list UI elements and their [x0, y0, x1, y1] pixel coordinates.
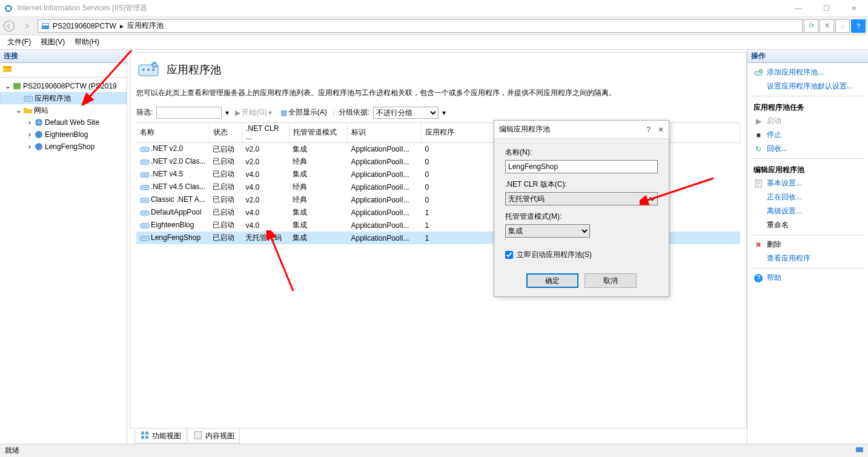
ok-button[interactable]: 确定: [526, 273, 578, 288]
maximize-button[interactable]: ☐: [812, 0, 840, 17]
tree-sites-label: 网站: [34, 105, 48, 116]
apppool-icon: [140, 182, 150, 192]
chevron-right-icon[interactable]: ›: [25, 118, 34, 127]
play-icon: ▶: [754, 116, 763, 126]
action-advanced[interactable]: 高级设置...: [747, 204, 868, 218]
action-defaults[interactable]: 设置应用程序池默认设置...: [747, 79, 868, 93]
back-button[interactable]: [0, 17, 18, 35]
pipeline-select[interactable]: 集成: [505, 224, 590, 238]
apppool-icon: [140, 233, 150, 243]
action-view-apps[interactable]: 查看应用程序: [747, 252, 868, 265]
action-add-pool[interactable]: 添加应用程序池...: [747, 65, 868, 79]
svg-point-29: [142, 174, 144, 175]
clr-label: .NET CLR 版本(C):: [505, 179, 658, 190]
tab-features[interactable]: 功能视图: [134, 429, 187, 444]
svg-point-2: [4, 21, 15, 31]
annotation-arrow: [82, 45, 136, 106]
action-delete[interactable]: ✖ 删除: [747, 238, 868, 252]
globe-icon: [34, 130, 44, 139]
dialog-close-icon[interactable]: ✕: [658, 125, 664, 134]
svg-point-49: [142, 238, 144, 239]
autostart-checkbox[interactable]: [505, 251, 513, 259]
svg-rect-6: [3, 66, 12, 68]
tree-site-eighteen[interactable]: › EighteenBlog: [0, 128, 127, 141]
svg-point-38: [144, 199, 145, 201]
filter-label: 筛选:: [136, 107, 153, 118]
status-text: 就绪: [5, 445, 19, 456]
dropdown-icon[interactable]: ▾: [225, 108, 229, 117]
breadcrumb-server: PS20190608PCTW: [53, 22, 116, 30]
clr-select[interactable]: 无托管代码: [505, 192, 658, 205]
connect-icon[interactable]: [2, 64, 12, 76]
cancel-button[interactable]: 取消: [585, 273, 637, 288]
chevron-down-icon[interactable]: ⌄: [4, 82, 12, 90]
col-clr[interactable]: .NET CLR ...: [242, 123, 289, 143]
dropdown-icon: ▾: [268, 108, 272, 117]
col-name[interactable]: 名称: [136, 123, 209, 143]
svg-rect-56: [194, 432, 202, 439]
dialog-help-icon[interactable]: ?: [646, 125, 651, 134]
breadcrumb-sep: ▸: [120, 22, 124, 30]
show-all-button[interactable]: ▦ 全部显示(A): [278, 106, 330, 119]
groupby-select[interactable]: 不进行分组: [373, 107, 439, 119]
start-button[interactable]: ▶ 开始(G) ▾: [233, 106, 274, 119]
svg-point-47: [146, 225, 147, 226]
chevron-right-icon[interactable]: ›: [25, 142, 34, 151]
svg-point-22: [144, 149, 145, 150]
config-icon[interactable]: [855, 445, 864, 456]
content-icon: [193, 430, 203, 442]
tree-site-default[interactable]: › Default Web Site: [0, 116, 127, 128]
tree-site-label: LengFengShop: [45, 142, 94, 151]
forward-button[interactable]: [18, 17, 36, 35]
refresh-icon[interactable]: ⟳: [804, 19, 818, 33]
svg-point-26: [144, 161, 145, 162]
stop-icon[interactable]: ✖: [820, 19, 834, 33]
col-identity[interactable]: 标识: [347, 123, 421, 143]
action-basic[interactable]: 基本设置...: [747, 176, 868, 190]
page-title: 应用程序池: [167, 62, 221, 77]
action-recycling[interactable]: 正在回收...: [747, 190, 868, 204]
dropdown-icon[interactable]: ▾: [442, 108, 446, 117]
tree-site-lengfeng[interactable]: › LengFengShop: [0, 141, 127, 153]
svg-point-51: [146, 238, 147, 239]
tab-content[interactable]: 内容视图: [188, 429, 240, 444]
groupby-label: 分组依据:: [339, 107, 369, 118]
svg-rect-55: [145, 436, 148, 439]
server-icon: [41, 21, 50, 31]
svg-line-64: [270, 235, 293, 291]
action-stop[interactable]: ■ 停止: [747, 128, 868, 142]
play-icon: ▶: [235, 108, 240, 117]
nav-bar: PS20190608PCTW ▸ 应用程序池 ⟳ ✖ ⌂ ?: [0, 17, 868, 35]
connections-panel: 连接 ⌄ PS20190608PCTW (PS2019 应用程序池 ⌄ 网站: [0, 50, 127, 444]
svg-point-42: [144, 212, 145, 213]
menu-file[interactable]: 文件(F): [7, 37, 31, 47]
help-icon: ?: [754, 273, 763, 283]
chevron-right-icon[interactable]: ›: [25, 130, 34, 139]
action-rename[interactable]: 重命名: [747, 218, 868, 232]
tree-sites[interactable]: ⌄ 网站: [0, 104, 127, 116]
autostart-check[interactable]: 立即启动应用程序池(S): [505, 250, 658, 260]
dialog-titlebar[interactable]: 编辑应用程序池 ? ✕: [494, 121, 669, 139]
close-button[interactable]: ✕: [840, 0, 868, 17]
action-help[interactable]: ? 帮助: [747, 271, 868, 285]
action-recycle[interactable]: ↻ 回收...: [747, 142, 868, 156]
minimize-button[interactable]: —: [784, 0, 812, 17]
help-nav-icon[interactable]: ?: [851, 19, 866, 33]
document-icon: [754, 179, 763, 188]
col-pipeline[interactable]: 托管管道模式: [289, 123, 347, 143]
svg-rect-1: [7, 7, 10, 10]
tasks-section: 应用程序池任务: [747, 99, 868, 114]
filter-input[interactable]: [156, 107, 222, 119]
recycle-icon: ↻: [754, 144, 763, 154]
connections-tree: ⌄ PS20190608PCTW (PS2019 应用程序池 ⌄ 网站 › De…: [0, 78, 127, 444]
action-start[interactable]: ▶ 启动: [747, 114, 868, 128]
name-field[interactable]: [505, 160, 658, 173]
pipeline-label: 托管管道模式(M):: [505, 212, 658, 222]
chevron-down-icon[interactable]: ⌄: [15, 106, 23, 115]
svg-rect-4: [42, 24, 48, 25]
home-icon[interactable]: ⌂: [835, 19, 850, 33]
col-state[interactable]: 状态: [209, 123, 242, 143]
svg-point-10: [28, 98, 29, 99]
menu-view[interactable]: 视图(V): [41, 37, 65, 47]
breadcrumb[interactable]: PS20190608PCTW ▸ 应用程序池: [38, 19, 803, 33]
